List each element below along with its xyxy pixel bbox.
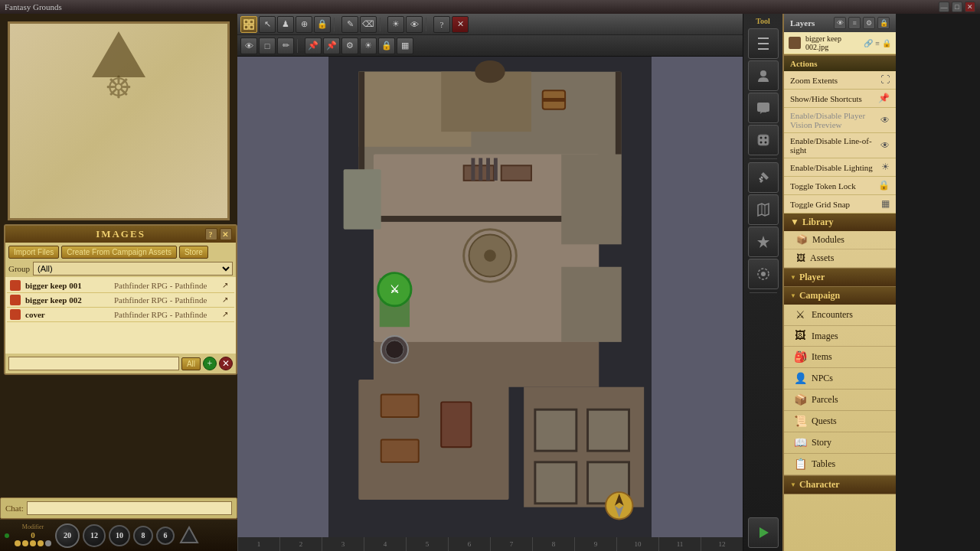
images-item[interactable]: 🖼 Images xyxy=(784,326,896,347)
images-close-button[interactable]: ✕ xyxy=(220,228,232,240)
maximize-button[interactable]: □ xyxy=(952,2,962,12)
images-delete-button[interactable]: ✕ xyxy=(219,357,233,370)
campaign-section-header[interactable]: ▼ Campaign xyxy=(784,287,896,305)
close-button[interactable]: ✕ xyxy=(965,2,975,12)
d6-die[interactable]: 6 xyxy=(156,527,175,545)
character-section: ▼ Character xyxy=(784,476,896,494)
story-item[interactable]: 📖 Story xyxy=(784,432,896,454)
action-los-icon: 👁 xyxy=(880,140,890,152)
image-name-1: bigger keep 001 xyxy=(25,281,109,290)
expand-tool[interactable] xyxy=(748,28,779,59)
d12-die[interactable]: 12 xyxy=(83,524,106,547)
group-select[interactable]: (All) xyxy=(33,262,233,276)
store-button[interactable]: Store xyxy=(179,246,208,259)
items-item[interactable]: 🎒 Items xyxy=(784,347,896,368)
image-row-3[interactable]: cover Pathfinder RPG - Pathfinde ↗ xyxy=(7,308,234,322)
image-row-2[interactable]: bigger keep 002 Pathfinder RPG - Pathfin… xyxy=(7,293,234,308)
map-pin1-button[interactable]: 📌 xyxy=(305,37,322,54)
map-square-button[interactable]: □ xyxy=(259,37,276,54)
images-add-button[interactable]: + xyxy=(203,357,217,370)
layer-list-button[interactable]: ≡ xyxy=(848,17,861,29)
svg-marker-70 xyxy=(760,527,769,538)
action-lighting[interactable]: Enable/Disable Lighting ☀ xyxy=(784,158,896,177)
svg-rect-4 xyxy=(250,25,253,29)
d20-die[interactable]: 20 xyxy=(55,523,80,548)
layer-lock-icon[interactable]: 🔒 xyxy=(882,39,891,47)
assets-label: Assets xyxy=(810,253,834,264)
player-label: Player xyxy=(799,272,825,283)
action-zoom-extents[interactable]: Zoom Extents ⛶ xyxy=(784,71,896,90)
modules-item[interactable]: 📦 Modules xyxy=(784,231,896,249)
layer-eye-button[interactable]: 👁 xyxy=(834,17,846,29)
tables-item[interactable]: 📋 Tables xyxy=(784,454,896,475)
svg-line-62 xyxy=(760,178,761,180)
settings-tool[interactable] xyxy=(748,259,779,289)
chat-tool[interactable] xyxy=(748,93,779,123)
svg-rect-57 xyxy=(758,135,769,145)
svg-rect-21 xyxy=(561,267,622,342)
action-vision-preview[interactable]: Enable/Disable Player Vision Preview 👁 xyxy=(784,108,896,133)
images-all-button[interactable]: All xyxy=(181,357,201,370)
action-shortcuts[interactable]: Show/Hide Shortcuts 📌 xyxy=(784,90,896,108)
action-shortcuts-label: Show/Hide Shortcuts xyxy=(790,94,862,103)
close-map-button[interactable]: ✕ xyxy=(452,16,469,33)
layer-item-1[interactable]: bigger keep 002.jpg 🔗 ≡ 🔒 xyxy=(784,32,896,54)
portrait-area: ☸ xyxy=(8,21,230,220)
layer-link-icon[interactable]: 🔗 xyxy=(864,39,873,47)
layer-list-icon[interactable]: ≡ xyxy=(875,39,880,47)
pointer-tool-button[interactable]: ↖ xyxy=(259,16,276,33)
image-link-1[interactable]: ↗ xyxy=(222,281,231,290)
ruler-tool-button[interactable]: ⊕ xyxy=(296,16,312,33)
layer-gear-button[interactable]: ⚙ xyxy=(863,17,875,29)
parcels-icon: 📦 xyxy=(793,393,807,406)
sun-tool-button[interactable]: ☀ xyxy=(387,16,404,33)
token-tool-button[interactable]: ♟ xyxy=(277,16,294,33)
dice-tool[interactable] xyxy=(748,125,779,155)
npcs-item[interactable]: 👤 NPCs xyxy=(784,368,896,390)
map-tool[interactable] xyxy=(748,194,779,225)
encounters-item[interactable]: ⚔ Encounters xyxy=(784,305,896,326)
library-header[interactable]: ▼ Library xyxy=(784,214,896,231)
zoom-extents-button[interactable] xyxy=(240,16,257,33)
map-eye-button[interactable]: 👁 xyxy=(240,37,257,54)
portrait-tool[interactable] xyxy=(748,60,779,91)
parcels-item[interactable]: 📦 Parcels xyxy=(784,390,896,411)
erase-tool-button[interactable]: ⌫ xyxy=(360,16,377,33)
d10-die[interactable]: 10 xyxy=(109,525,130,546)
minimize-button[interactable]: — xyxy=(939,2,949,12)
encounters-icon: ⚔ xyxy=(793,308,807,321)
action-token-lock[interactable]: Toggle Token Lock 🔒 xyxy=(784,177,896,195)
character-header[interactable]: ▼ Character xyxy=(784,476,896,494)
quests-item[interactable]: 📜 Quests xyxy=(784,411,896,432)
assets-item[interactable]: 🖼 Assets xyxy=(784,249,896,268)
images-titlebar: Images ? ✕ xyxy=(5,226,236,243)
help-tool-button[interactable]: ? xyxy=(433,16,450,33)
chat-input[interactable] xyxy=(27,501,232,515)
play-tool[interactable] xyxy=(748,517,779,548)
map-pin2-button[interactable]: 📌 xyxy=(323,37,340,54)
campaign-section: ▼ Campaign ⚔ Encounters 🖼 Images 🎒 Items xyxy=(784,287,896,476)
lock-tool-button[interactable]: 🔒 xyxy=(314,16,331,33)
player-header[interactable]: ▼ Player xyxy=(784,269,896,286)
draw-tool-button[interactable]: ✎ xyxy=(341,16,358,33)
map-lock2-button[interactable]: 🔒 xyxy=(378,37,395,54)
layer-lock-button[interactable]: 🔒 xyxy=(877,17,890,29)
map-grid-button[interactable]: ▦ xyxy=(397,37,413,54)
image-link-3[interactable]: ↗ xyxy=(222,310,231,319)
images-search-input[interactable] xyxy=(8,357,179,370)
sword-tool[interactable] xyxy=(748,162,779,193)
image-link-2[interactable]: ↗ xyxy=(222,295,231,305)
vision-tool-button[interactable]: 👁 xyxy=(406,16,423,33)
map-gear-button[interactable]: ⚙ xyxy=(341,37,358,54)
map-sun2-button[interactable]: ☀ xyxy=(360,37,377,54)
spell-tool[interactable] xyxy=(748,227,779,257)
d8-die[interactable]: 8 xyxy=(133,526,153,546)
triangle-die[interactable] xyxy=(178,524,201,547)
create-assets-button[interactable]: Create From Campaign Assets xyxy=(61,246,177,259)
map-pencil-button[interactable]: ✏ xyxy=(277,37,294,54)
action-los[interactable]: Enable/Disable Line-of-sight 👁 xyxy=(784,133,896,158)
image-row-1[interactable]: bigger keep 001 Pathfinder RPG - Pathfin… xyxy=(7,279,234,293)
images-help-button[interactable]: ? xyxy=(205,228,217,240)
action-grid-snap[interactable]: Toggle Grid Snap ▦ xyxy=(784,195,896,214)
import-files-button[interactable]: Import Files xyxy=(8,246,59,259)
